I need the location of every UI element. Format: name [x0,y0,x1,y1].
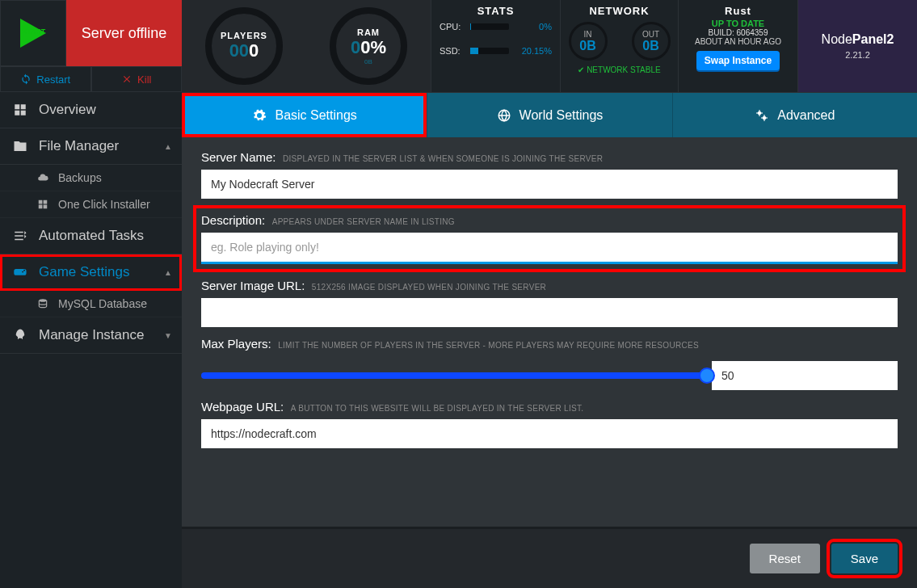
field-description: Description: Appears under server name i… [196,208,902,269]
max-players-slider[interactable] [201,372,712,379]
globe-icon [497,108,511,123]
sidebar-item-one-click[interactable]: One Click Installer [0,191,182,218]
field-max-players: Max Players: Limit the number of players… [201,337,898,390]
sidebar-item-label: One Click Installer [58,198,150,211]
sidebar-item-file-manager[interactable]: File Manager ▲ [0,128,182,165]
network-column: NETWORK IN 0B OUT 0B ✔ NETWORK STABLE [560,0,678,92]
database-icon [37,298,48,309]
restart-icon [20,74,32,85]
network-out: OUT 0B [632,22,671,61]
slider-thumb[interactable] [699,368,715,384]
server-status: Server offline [66,0,182,66]
svg-point-3 [763,116,767,120]
tab-basic-settings[interactable]: Basic Settings [182,93,427,137]
folder-icon [13,139,27,153]
server-name-input[interactable] [201,170,898,199]
kill-button[interactable]: Kill [91,66,183,92]
swap-instance-button[interactable]: Swap Instance [696,51,780,70]
footer: Reset Save [182,527,917,588]
sidebar-item-label: Backups [58,171,102,184]
reset-button[interactable]: Reset [750,544,820,573]
gears-icon [755,108,769,123]
sidebar-item-label: Overview [39,102,96,118]
sidebar-item-manage-instance[interactable]: Manage Instance ▼ [0,317,182,354]
sidebar-item-overview[interactable]: Overview [0,92,182,128]
image-url-input[interactable] [201,298,898,327]
gear-icon [252,108,267,123]
webpage-url-input[interactable] [201,419,898,448]
chevron-up-icon: ▲ [164,268,172,277]
sidebar-item-label: MySQL Database [58,297,147,310]
sidebar: START Server offline Restart Kill Overvi… [0,0,182,588]
sidebar-item-label: Manage Instance [39,327,144,343]
brand-panel: NodePanel2 2.21.2 [797,0,917,92]
installer-icon [37,199,48,210]
start-button[interactable]: START [0,0,66,66]
svg-point-2 [758,111,762,115]
settings-tabs: Basic Settings World Settings Advanced [182,93,917,137]
chevron-down-icon: ▼ [164,331,172,340]
network-stable-badge: ✔ NETWORK STABLE [578,65,660,74]
save-button[interactable]: Save [831,544,898,573]
sidebar-item-label: Automated Tasks [39,228,144,244]
tasks-icon [13,229,27,243]
players-gauge: PLAYERS 000 [200,2,288,90]
stats-column: STATS CPU: 0% SSD: 20.15% [431,0,560,92]
field-server-name: Server Name: Displayed in the server lis… [201,150,898,199]
field-webpage-url: Webpage URL: A button to this website wi… [201,400,898,448]
network-in: IN 0B [569,22,608,61]
ram-gauge: RAM 00% 0B [324,2,413,90]
grid-icon [13,103,27,117]
game-column: Rust UP TO DATE BUILD: 6064359 ABOUT AN … [678,0,797,92]
sidebar-item-mysql[interactable]: MySQL Database [0,291,182,317]
sidebar-item-label: Game Settings [39,264,129,280]
stats-bar: PLAYERS 000 RAM 00% 0B STATS CPU: [182,0,917,93]
sidebar-item-backups[interactable]: Backups [0,165,182,191]
svg-point-0 [39,299,46,302]
rocket-icon [13,328,27,342]
cloud-icon [37,172,48,183]
sidebar-item-label: File Manager [39,138,119,154]
sidebar-item-automated-tasks[interactable]: Automated Tasks [0,218,182,254]
sidebar-item-game-settings[interactable]: Game Settings ▲ [0,254,182,291]
chevron-up-icon: ▲ [164,142,172,151]
field-image-url: Server Image URL: 512x256 image displaye… [201,279,898,327]
gamepad-icon [13,265,27,279]
restart-button[interactable]: Restart [0,66,91,92]
tab-advanced[interactable]: Advanced [672,93,917,137]
tab-world-settings[interactable]: World Settings [427,93,671,137]
close-icon [121,74,133,85]
max-players-value[interactable] [712,361,898,390]
description-input[interactable] [201,233,898,264]
form-area: Server Name: Displayed in the server lis… [182,137,917,527]
